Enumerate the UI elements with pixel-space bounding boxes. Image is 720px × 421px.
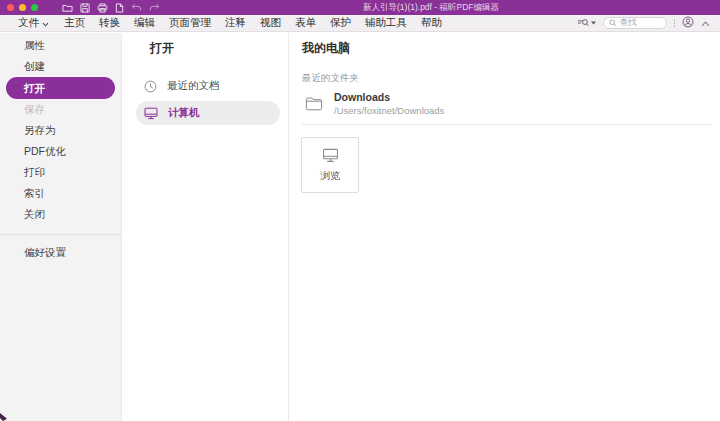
menu-tab-accessibility[interactable]: 辅助工具 — [358, 16, 414, 30]
search-tool-icon — [577, 18, 589, 28]
close-window-button[interactable] — [7, 4, 14, 11]
folder-icon — [305, 96, 323, 111]
folder-row-divider — [302, 124, 712, 125]
menu-tab-page-management[interactable]: 页面管理 — [162, 16, 218, 30]
menubar-right-controls: 查找 — [577, 16, 715, 30]
chevron-down-icon — [42, 17, 49, 29]
recent-folders-label: 最近的文件夹 — [302, 72, 712, 85]
menubar: 文件 主页 转换 编辑 页面管理 注释 视图 表单 保护 辅助工具 帮助 查找 — [0, 15, 720, 32]
minimize-window-button[interactable] — [19, 4, 26, 11]
search-tool-dropdown[interactable] — [577, 18, 596, 28]
list-item-label: 最近的文档 — [167, 79, 220, 93]
menu-file[interactable]: 文件 — [6, 16, 57, 30]
menu-tab-view[interactable]: 视图 — [253, 16, 288, 30]
traffic-lights — [7, 4, 38, 11]
sidebar-divider — [0, 234, 121, 235]
sidebar-item-open[interactable]: 打开 — [6, 77, 115, 99]
menu-tab-form[interactable]: 表单 — [288, 16, 323, 30]
sidebar-item-print[interactable]: 打印 — [0, 162, 121, 183]
sidebar-item-save-as[interactable]: 另存为 — [0, 120, 121, 141]
sidebar-item-close[interactable]: 关闭 — [0, 204, 121, 225]
app-window: 新人引导(1)(1).pdf - 福昕PDF编辑器 文件 主页 转换 编辑 页面… — [0, 0, 720, 421]
window-title: 新人引导(1)(1).pdf - 福昕PDF编辑器 — [363, 0, 499, 15]
quick-access-toolbar — [62, 3, 160, 13]
sidebar-item-properties[interactable]: 属性 — [0, 35, 121, 56]
titlebar: 新人引导(1)(1).pdf - 福昕PDF编辑器 — [0, 0, 720, 15]
save-icon[interactable] — [80, 3, 90, 13]
new-document-icon[interactable] — [115, 3, 124, 13]
caret-down-icon — [591, 21, 596, 25]
collapse-chevron-icon[interactable] — [701, 17, 710, 29]
my-computer-panel: 我的电脑 最近的文件夹 Downloads /Users/foxitnet/Do… — [289, 33, 720, 421]
sidebar-item-create[interactable]: 创建 — [0, 56, 121, 77]
redo-icon[interactable] — [149, 3, 160, 12]
my-computer-title: 我的电脑 — [302, 40, 712, 57]
sidebar-item-index[interactable]: 索引 — [0, 183, 121, 204]
more-dots-icon[interactable] — [674, 19, 676, 27]
account-icon[interactable] — [682, 16, 694, 30]
file-sidebar: 属性 创建 打开 保存 另存为 PDF优化 打印 索引 关闭 偏好设置 — [0, 33, 122, 421]
menu-tab-comment[interactable]: 注释 — [218, 16, 253, 30]
menu-tab-help[interactable]: 帮助 — [414, 16, 449, 30]
browse-label: 浏览 — [320, 169, 340, 183]
zoom-window-button[interactable] — [31, 4, 38, 11]
folder-path: /Users/foxitnet/Downloads — [334, 105, 444, 116]
recent-folder-downloads[interactable]: Downloads /Users/foxitnet/Downloads — [302, 91, 712, 116]
sidebar-item-preferences[interactable]: 偏好设置 — [0, 242, 121, 263]
menu-file-label: 文件 — [18, 16, 39, 30]
undo-icon[interactable] — [131, 3, 142, 12]
print-icon[interactable] — [97, 3, 108, 13]
menu-tab-protect[interactable]: 保护 — [323, 16, 358, 30]
clock-icon — [144, 80, 157, 93]
open-location-list: 最近的文档 计算机 — [122, 74, 288, 125]
menu-tab-convert[interactable]: 转换 — [92, 16, 127, 30]
computer-icon — [144, 107, 158, 120]
list-item-recent-documents[interactable]: 最近的文档 — [136, 74, 280, 98]
open-panel: 打开 最近的文档 计算机 — [122, 33, 289, 421]
open-panel-title: 打开 — [150, 40, 288, 57]
open-folder-icon[interactable] — [62, 3, 73, 13]
folder-name: Downloads — [334, 91, 444, 103]
browse-button[interactable]: 浏览 — [301, 137, 359, 193]
sidebar-item-pdf-optimize[interactable]: PDF优化 — [0, 141, 121, 162]
search-input[interactable]: 查找 — [603, 17, 667, 29]
search-placeholder: 查找 — [620, 17, 637, 29]
sidebar-item-save: 保存 — [0, 99, 121, 120]
backstage-view: 属性 创建 打开 保存 另存为 PDF优化 打印 索引 关闭 偏好设置 打开 最… — [0, 33, 720, 421]
menu-tab-edit[interactable]: 编辑 — [127, 16, 162, 30]
computer-icon — [322, 148, 339, 163]
menu-tab-home[interactable]: 主页 — [57, 16, 92, 30]
list-item-label: 计算机 — [168, 106, 200, 120]
list-item-computer[interactable]: 计算机 — [136, 101, 280, 125]
magnifier-icon — [609, 19, 617, 27]
